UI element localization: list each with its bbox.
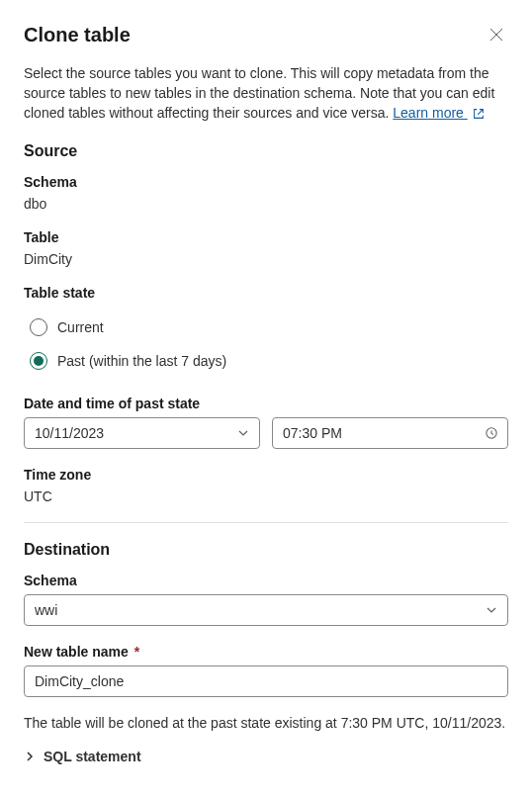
dialog-header: Clone table (24, 24, 508, 47)
destination-schema-label: Schema (24, 573, 508, 588)
sql-toggle-label: SQL statement (44, 749, 141, 764)
section-divider (24, 522, 508, 523)
radio-current-label: Current (57, 319, 104, 335)
time-value: 07:30 PM (283, 425, 342, 441)
learn-more-link[interactable]: Learn more (393, 105, 467, 121)
chevron-right-icon (24, 751, 36, 762)
date-picker[interactable]: 10/11/2023 (24, 417, 260, 449)
required-mark: * (131, 644, 139, 660)
clone-summary: The table will be cloned at the past sta… (24, 715, 508, 731)
dialog-description: Select the source tables you want to clo… (24, 63, 508, 123)
newname-label: New table name * (24, 644, 508, 660)
destination-heading: Destination (24, 541, 508, 559)
radio-current[interactable]: Current (24, 310, 508, 344)
chevron-down-icon (237, 427, 249, 439)
time-picker[interactable]: 07:30 PM (272, 417, 508, 449)
dialog-title: Clone table (24, 24, 131, 46)
source-schema-value: dbo (24, 196, 508, 212)
datetime-label: Date and time of past state (24, 396, 508, 411)
timezone-label: Time zone (24, 467, 508, 483)
radio-icon (30, 352, 47, 370)
source-schema-label: Schema (24, 174, 508, 190)
close-icon (489, 28, 503, 44)
newname-input[interactable] (24, 665, 508, 697)
chevron-down-icon (486, 604, 497, 616)
radio-past-label: Past (within the last 7 days) (57, 353, 226, 369)
destination-schema-value: wwi (35, 602, 57, 618)
radio-past[interactable]: Past (within the last 7 days) (24, 344, 508, 378)
source-heading: Source (24, 142, 508, 160)
close-button[interactable] (485, 24, 508, 47)
date-value: 10/11/2023 (35, 425, 104, 441)
radio-icon (30, 318, 47, 336)
external-link-icon (472, 107, 486, 121)
table-state-label: Table state (24, 285, 508, 301)
source-table-label: Table (24, 229, 508, 245)
datetime-row: 10/11/2023 07:30 PM (24, 417, 508, 449)
destination-schema-select[interactable]: wwi (24, 594, 508, 626)
source-table-value: DimCity (24, 251, 508, 267)
table-state-radio-group: Current Past (within the last 7 days) (24, 310, 508, 378)
sql-statement-toggle[interactable]: SQL statement (24, 749, 508, 764)
timezone-value: UTC (24, 488, 508, 504)
clock-icon (486, 427, 497, 439)
